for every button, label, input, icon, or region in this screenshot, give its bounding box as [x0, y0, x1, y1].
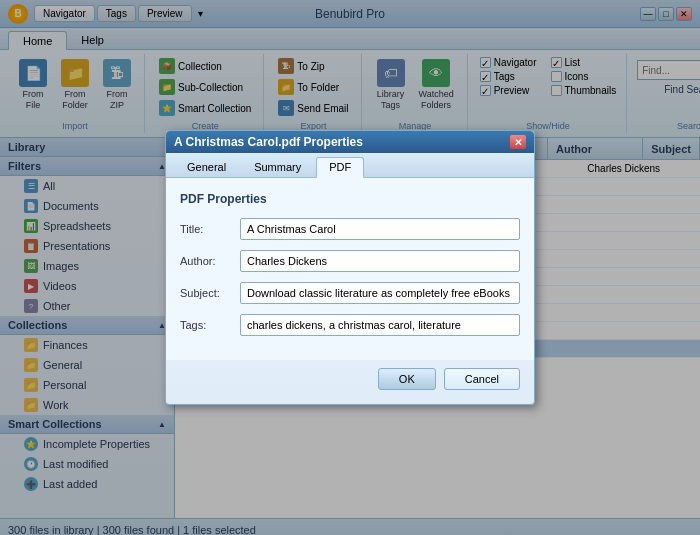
modal-footer: OK Cancel: [166, 360, 534, 404]
modal-author-label: Author:: [180, 255, 240, 267]
modal-section-title: PDF Properties: [180, 192, 520, 206]
modal-tab-pdf[interactable]: PDF: [316, 157, 364, 178]
modal-subject-label: Subject:: [180, 287, 240, 299]
modal-author-input[interactable]: [240, 250, 520, 272]
modal-tags-label: Tags:: [180, 319, 240, 331]
modal-titlebar: A Christmas Carol.pdf Properties ✕: [166, 131, 534, 153]
modal-field-subject: Subject:: [180, 282, 520, 304]
modal-content: PDF Properties Title: Author: Subject: T…: [166, 177, 534, 360]
modal-subject-input[interactable]: [240, 282, 520, 304]
modal-field-title: Title:: [180, 218, 520, 240]
modal-overlay: A Christmas Carol.pdf Properties ✕ Gener…: [0, 0, 700, 535]
modal-title-label: Title:: [180, 223, 240, 235]
modal-title-input[interactable]: [240, 218, 520, 240]
modal-tab-general[interactable]: General: [174, 157, 239, 177]
modal-close-btn[interactable]: ✕: [510, 135, 526, 149]
properties-modal: A Christmas Carol.pdf Properties ✕ Gener…: [165, 130, 535, 405]
modal-tags-input[interactable]: [240, 314, 520, 336]
modal-tab-summary[interactable]: Summary: [241, 157, 314, 177]
modal-field-tags: Tags:: [180, 314, 520, 336]
modal-cancel-btn[interactable]: Cancel: [444, 368, 520, 390]
modal-field-author: Author:: [180, 250, 520, 272]
modal-ok-btn[interactable]: OK: [378, 368, 436, 390]
modal-title: A Christmas Carol.pdf Properties: [174, 135, 363, 149]
modal-tabs: General Summary PDF: [166, 153, 534, 177]
